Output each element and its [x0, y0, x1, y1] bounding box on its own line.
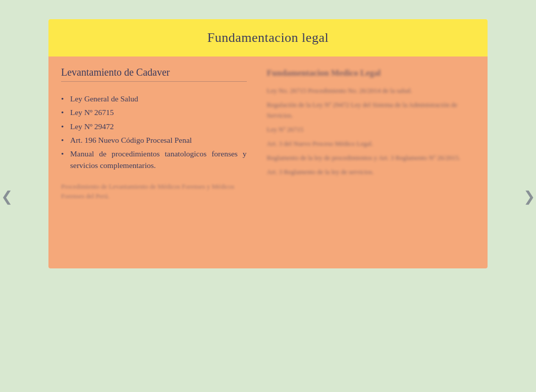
- right-para-3: Ley Nº 26715: [267, 125, 477, 135]
- right-para-2: Regulación de la Ley Nº 29472 Ley del Si…: [267, 100, 477, 120]
- left-panel-heading: Levantamiento de Cadaver: [61, 67, 247, 82]
- list-item: Ley Nº 26715: [61, 106, 247, 118]
- next-arrow[interactable]: ❯: [523, 188, 535, 204]
- blurred-text-left: Procedimiento de Levantamiento de Médico…: [61, 182, 247, 201]
- main-slide: Fundamentacion legal Levantamiento de Ca…: [48, 19, 488, 268]
- bullet-list: Ley General de Salud Ley Nº 26715 Ley Nº…: [61, 93, 247, 172]
- right-para-4: Art. 3 del Nuevo Proceso Médico Legal.: [267, 139, 477, 149]
- prev-arrow[interactable]: ❮: [1, 188, 13, 204]
- list-item: Ley General de Salud: [61, 93, 247, 104]
- slide-title: Fundamentacion legal: [59, 30, 477, 45]
- right-para-1: Ley No. 26715 Procedimiento No. 26/2014 …: [267, 86, 477, 96]
- title-bar: Fundamentacion legal: [48, 19, 488, 57]
- list-item: Manual de procedimientos tanatologicos f…: [61, 148, 247, 172]
- right-panel-title: Fundamentacion Medico Legal: [267, 67, 477, 80]
- right-panel: Fundamentacion Medico Legal Ley No. 2671…: [259, 57, 488, 268]
- left-panel: Levantamiento de Cadaver Ley General de …: [48, 57, 259, 268]
- content-area: Levantamiento de Cadaver Ley General de …: [48, 57, 488, 268]
- right-para-6: Art. 3 Reglamento de la ley de servicios…: [267, 167, 477, 177]
- list-item: Art. 196 Nuevo Código Procesal Penal: [61, 134, 247, 146]
- right-panel-content: Fundamentacion Medico Legal Ley No. 2671…: [267, 67, 477, 177]
- right-para-5: Reglamento de la ley de procedimientos y…: [267, 153, 477, 163]
- list-item: Ley Nº 29472: [61, 121, 247, 132]
